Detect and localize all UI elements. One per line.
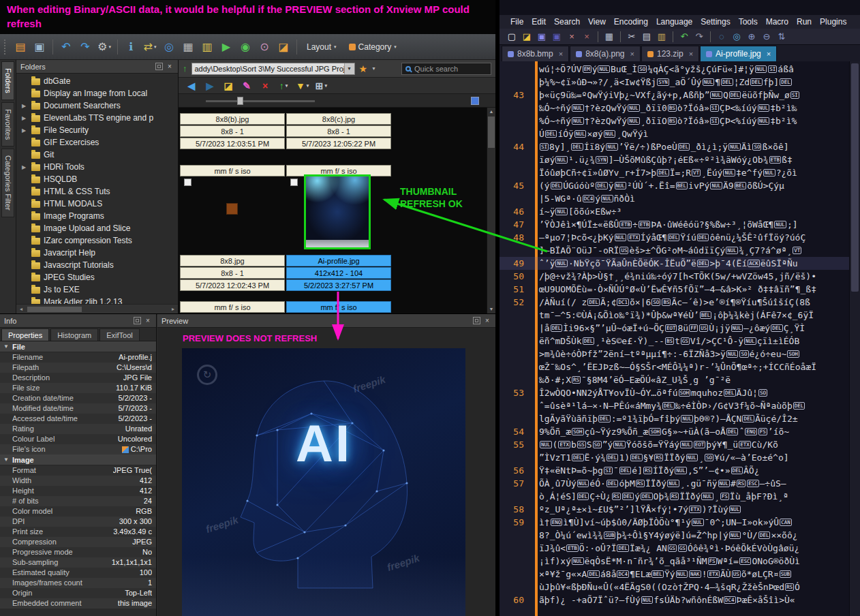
menu-settings[interactable]: Settings — [696, 15, 734, 29]
scroll-up-icon[interactable]: ▲ — [487, 108, 495, 116]
editor-line[interactable]: ‰ð·#;XRS¯§8M4’ëÓ–EæÕÚ«âZ_U¾Š¸g ’g¯²ë — [500, 373, 849, 386]
editor-line[interactable]: 57ÕÀ¸û7ÙýNULéÓ·DELóþMRSÏÏðýNUL¸.gü¯ñÿNUL… — [500, 477, 849, 490]
expand-arrow-icon[interactable]: ▶ — [22, 115, 28, 121]
print-icon[interactable]: ▦ — [602, 30, 616, 44]
editor-line[interactable]: ïøýNUL¹.ü¿¾SYN]—ÙŠõMûßÇûþ?¡éEß«÷º²ì¾äWóý… — [500, 153, 849, 166]
editor-line[interactable]: œŽ¯‰Os^¸’ËEJÞzß~–Ó§SŠr<MÉÔ¾¼ª)r-’¼ÛnÕ¶œª… — [500, 360, 849, 373]
menu-file[interactable]: File — [506, 15, 527, 29]
scroll-thumb[interactable] — [27, 307, 82, 312]
replace-icon[interactable]: ◎ — [730, 30, 743, 44]
tab-properties[interactable]: Properties — [1, 328, 49, 341]
editor-line[interactable]: þ¼%~¢ï»ûÐ¬»?/¸ä<Iw¢ŸßjSYN_aÖ´ÛýNUL¶DEL¦Z… — [500, 76, 849, 89]
viewer-icon[interactable]: ▣ — [31, 38, 48, 56]
editor-line[interactable]: ¡ìf)xýNULëqÒsË*M·n¯ñr¾’õ_qãå³¹ÑMFSWªí=ES… — [500, 555, 849, 568]
editor-line[interactable]: 44SI8y]¸DELÍï8ýNUL’Ÿë/÷)ßPoeÙDEL_ðì¿ì;ÿN… — [500, 140, 849, 153]
editor-line[interactable]: 47’ŸÒJêì×¶ÚÏ±«ëßÛETB÷ETBÞA·ûWéêóü?§%ßw÷³… — [500, 218, 849, 231]
folder-tree-item[interactable]: Javascript Tutorials — [16, 259, 178, 271]
card-icon[interactable]: ▥ — [198, 38, 216, 56]
editor-line[interactable]: 60ãþf)¿ -+aÕ7Ïˆü?—fÙýNULfsÚÄb?wñônÉßWDC4… — [500, 594, 849, 606]
folder-tree-item[interactable]: HTML & CSS Tuts — [16, 185, 178, 198]
photo-icon[interactable]: ⊙ — [256, 38, 273, 56]
redo-icon[interactable]: ↷ — [692, 30, 706, 44]
editor-line[interactable]: 53Î2wÒQO•NN2ýÅT¥ovÏÙ~ÓY…öªfúSOHmquhozDEL… — [500, 386, 849, 399]
editor-line[interactable]: ]—BÏAÕ¨OüJ¯-oRÏUSèš>±^ÕG²oM~áûdïïÇýNUL¾¸… — [500, 244, 849, 257]
editor-line[interactable]: ïJ¾û<ETBÖ:·oÛ?ÏDELÏæ¾¿ ANGSGSÓôê¾ºì·ÞóêÕ… — [500, 542, 849, 555]
scroll-down-icon[interactable]: ▼ — [487, 305, 495, 313]
editor-text-area[interactable]: wú¦÷Ö?ÚVEMýNULBuŒ_ÌSO¼qÀÇ<ã°yžš¿ÇúFü«]#¦… — [500, 63, 849, 616]
side-tab-folders[interactable]: Folders — [1, 61, 14, 100]
folder-tree-item[interactable]: Js to EXE — [16, 283, 178, 296]
category-button[interactable]: Category ▾ — [343, 38, 402, 56]
browser-icon[interactable]: ▤ — [12, 38, 29, 56]
folder-tree-item[interactable]: ▶ElevenLabs TTS engine and p — [16, 112, 178, 124]
menu-tools[interactable]: Tools — [735, 15, 762, 29]
folder-tree-item[interactable]: Javacript Help — [16, 247, 178, 259]
delete-icon[interactable]: × — [259, 79, 271, 93]
folders-horizontal-scrollbar[interactable]: ◂ ▸ — [16, 304, 178, 313]
document-tab-123-zip[interactable]: 123.zip× — [641, 46, 699, 61]
file-item-labels[interactable]: 8x8(b).jpg8x8 - 15/7/2023 12:03:51 PMmm … — [180, 113, 285, 174]
close-all-icon[interactable]: × — [580, 30, 594, 44]
folder-tree-item[interactable]: HTML MODALS — [16, 198, 178, 210]
copy-icon[interactable]: ▤ — [640, 30, 654, 44]
screen-icon[interactable]: ◉ — [236, 38, 254, 56]
float-panel-icon[interactable] — [134, 317, 141, 324]
menu-language[interactable]: Language — [652, 15, 696, 29]
editor-line[interactable]: |5-WGª·ûDC4ýNULñðÒì — [500, 192, 849, 205]
float-panel-icon[interactable] — [155, 63, 163, 70]
folder-tree-item[interactable]: GIF Excercises — [16, 136, 178, 149]
editor-line[interactable]: 45(ýDELÚGúóùºDELÿNUL²ÚÙ´+.Ëî=BELivPýNULÄ… — [500, 179, 849, 192]
zoom-out-icon[interactable]: ⊖ — [760, 30, 773, 44]
print-icon[interactable]: ▦ — [179, 38, 197, 56]
editor-line[interactable]: 8?_Ò¼ú´ewì¾¾SUBþ¾÷Ôì§Y4ýøýë]ú=Ž^hp|ýNUL°… — [500, 529, 849, 542]
menu-macro[interactable]: Macro — [762, 15, 793, 29]
editor-line[interactable]: 50/þ@÷vž¾?Àþ>Ù§†¸¸é¾niú‰÷óý7[h<TÕK(5w/+w… — [500, 270, 849, 283]
zoom-options-icon[interactable] — [471, 97, 479, 105]
editor-line[interactable]: 58ºz_Uª¿ª±×ì~£U$”²’]lŸÅ×fý¦•7ýETX)?ÏùýNU… — [500, 503, 849, 516]
editor-line[interactable]: 43þ«üç9ü‰=ºQwŸýiVþ¿~VXf¿ãý+p,Aßñþ”NULQDE… — [500, 89, 849, 102]
slideshow-icon[interactable]: ▶ — [217, 38, 235, 56]
new-file-icon[interactable]: ▢ — [505, 30, 519, 44]
editor-line[interactable]: ×ª¥ž¯g«×ADELá8åDC4¶ELæBELŸýNULNAK!ETXÃÙU… — [500, 568, 849, 581]
folder-tree-item[interactable]: ▶HDRi Tools — [16, 161, 178, 173]
close-panel-icon[interactable]: × — [144, 317, 152, 325]
find-icon[interactable]: ◌ — [715, 30, 728, 44]
redo-icon[interactable]: ↷ — [76, 38, 94, 56]
thumbnail-8x8-jpg[interactable] — [226, 203, 238, 215]
close-panel-icon[interactable]: × — [166, 63, 174, 71]
toolbar-grip[interactable] — [4, 40, 7, 55]
undo-icon[interactable]: ↶ — [677, 30, 691, 44]
folder-tree-item[interactable]: HSQLDB — [16, 173, 178, 185]
new-folder-icon[interactable]: ◪ — [222, 79, 234, 93]
editor-line[interactable]: 56Ÿ‡«ëNtÞ=õ~þgSI¯DELé]RSÍÏðýNUL,S”’–¢•»D… — [500, 464, 849, 477]
grid-view-icon[interactable]: ⊞▾ — [315, 79, 327, 93]
folder-tree-item[interactable]: dbGate — [16, 75, 178, 87]
folder-tree-item[interactable]: Image Upload and Slice — [16, 222, 178, 234]
dropdown-arrow-icon[interactable]: ▼ — [371, 66, 376, 71]
menu-run[interactable]: Run — [793, 15, 816, 29]
close-tab-icon[interactable]: × — [630, 50, 634, 58]
editor-line[interactable]: 49ˆ’ÿNUL·NbŸçõ¯ŸÃaÛnÈÕëÓK-ÎËuÕ”ëDEL>þ¯4(… — [500, 257, 849, 270]
editor-line[interactable]: ”ÌVzT1DELË·ý¾DEL1)DEL§¥RSÏÏðýNUL¸SO¥ú/«—… — [500, 451, 849, 464]
close-tab-icon[interactable]: × — [767, 50, 771, 58]
editor-line[interactable]: 55NUL(ETXbGSSSO”ýNULŸóõšõ=ŸŸáýNULEOTþý¥¶… — [500, 438, 849, 451]
expand-arrow-icon[interactable]: ▶ — [22, 103, 28, 109]
editor-line[interactable]: 59ì†ENQì¶Ù]ví~úþ$û0/ÄØþÏÒÖù°¶¹ýNUL¯0^;UN… — [500, 516, 849, 529]
editor-line[interactable]: tm¯–^5:©ÙÁ¡&Õìo‰°ï¾)*Ûþ&wª¥éÙ’BEL¡ôþ¼¾kè… — [500, 309, 849, 322]
folder-tree-item[interactable]: ▶Document Searchers — [16, 99, 178, 112]
path-dropdown-icon[interactable]: ▼ — [344, 63, 354, 74]
zoom-in-icon[interactable]: ⊕ — [745, 30, 758, 44]
scroll-left-icon[interactable]: ◂ — [16, 306, 26, 312]
float-panel-icon[interactable] — [473, 317, 480, 324]
editor-line[interactable]: ò¸Á¦éS]DELÇ÷Ù¿RSDELýDELOþ¾RSÏÏðýNUL¸FSÏù… — [500, 490, 849, 503]
editor-line[interactable]: |åDELÌi96×§”’µÛ~óæÏ+ú~ÕÇEOT8üFFUSÙ¡jÿNUL… — [500, 322, 849, 335]
menu-edit[interactable]: Edit — [527, 15, 550, 29]
close-tab-icon[interactable]: × — [689, 50, 693, 58]
editor-line[interactable]: ‰Ó~÷ñýNUL†?èzQwŸýNUL_ðïï0BSò?Ïóâ»SIÇÞ<‰í… — [500, 102, 849, 114]
tab-exiftool[interactable]: ExifTool — [99, 328, 140, 341]
document-tab-ai-profile-jpg[interactable]: Ai-profile.jpg× — [700, 46, 777, 61]
menu-view[interactable]: View — [584, 15, 610, 29]
editor-line[interactable]: ùJþû¥«ßþÐÑu«Û(«4ËÃgS0((Ozò†ŽPQ·4–¾šqR¿Žž… — [500, 581, 849, 594]
menu-encoding[interactable]: Encoding — [610, 15, 652, 29]
zoom-slider-thumb[interactable] — [237, 97, 243, 105]
